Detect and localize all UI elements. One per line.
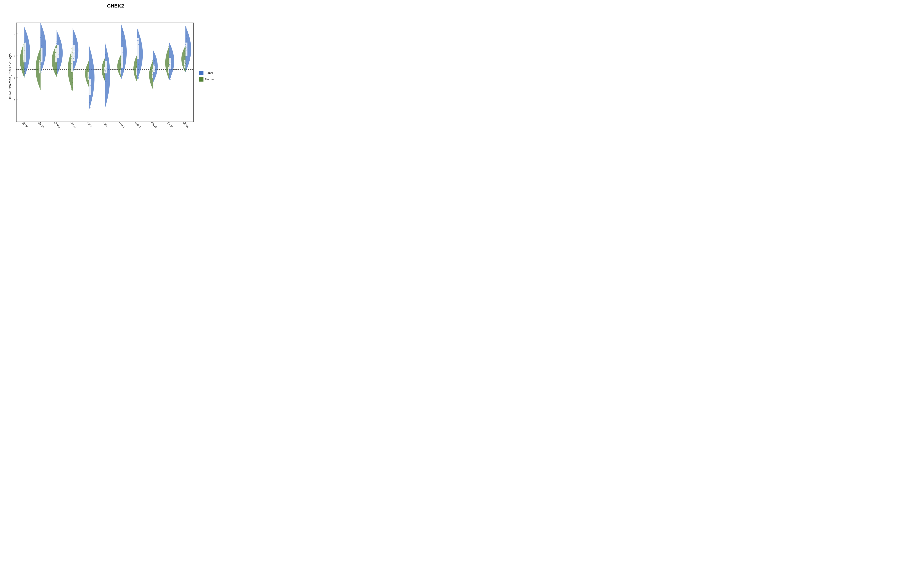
svg-rect-107: [57, 69, 58, 69]
svg-rect-420: [169, 56, 169, 56]
svg-rect-217: [88, 84, 89, 84]
svg-rect-352: [154, 74, 154, 74]
svg-rect-457: [184, 52, 184, 52]
svg-rect-47: [24, 71, 24, 72]
svg-rect-130: [56, 64, 57, 64]
svg-rect-450: [187, 39, 187, 40]
svg-rect-129: [55, 56, 55, 57]
svg-rect-141: [74, 62, 74, 63]
svg-rect-18: [25, 73, 26, 74]
svg-rect-60: [40, 37, 40, 38]
svg-rect-206: [88, 68, 88, 68]
svg-rect-350: [154, 80, 154, 80]
svg-rect-447: [186, 27, 186, 27]
svg-rect-150: [73, 65, 74, 65]
svg-rect-317: [137, 57, 138, 57]
svg-rect-183: [90, 107, 90, 108]
svg-rect-225: [105, 71, 106, 71]
svg-rect-290: [120, 56, 121, 57]
chart-title: CHEK2: [107, 3, 124, 9]
svg-text:COAD: COAD: [53, 121, 61, 129]
legend-item-tumor: Tumor: [199, 71, 226, 75]
svg-rect-224: [105, 104, 106, 105]
svg-rect-143: [73, 41, 73, 42]
svg-rect-343: [136, 60, 137, 60]
svg-text:THCA: THCA: [166, 121, 174, 129]
svg-rect-413: [169, 74, 169, 74]
svg-rect-360: [154, 54, 154, 55]
svg-rect-249: [105, 74, 105, 75]
svg-rect-155: [73, 47, 73, 48]
svg-rect-193: [90, 60, 90, 60]
svg-rect-361: [154, 60, 155, 61]
svg-rect-434: [187, 50, 187, 50]
svg-rect-465: [185, 51, 185, 51]
svg-rect-174: [71, 64, 72, 65]
svg-rect-139: [73, 51, 73, 52]
svg-rect-433: [186, 44, 186, 45]
svg-rect-186: [89, 93, 90, 93]
svg-rect-300: [120, 69, 120, 69]
svg-rect-362: [154, 81, 154, 81]
svg-text:LUAD: LUAD: [118, 121, 125, 129]
svg-rect-310: [138, 38, 138, 38]
svg-rect-46: [23, 61, 23, 61]
svg-rect-37: [24, 72, 24, 72]
svg-rect-39: [23, 62, 23, 63]
svg-rect-314: [138, 78, 138, 79]
svg-rect-36: [24, 44, 24, 45]
svg-rect-386: [153, 74, 153, 75]
svg-rect-258: [105, 69, 105, 70]
svg-rect-16: [25, 30, 25, 30]
svg-rect-81: [39, 70, 39, 71]
svg-rect-111: [58, 48, 58, 48]
svg-rect-169: [71, 88, 72, 89]
svg-rect-272: [123, 31, 123, 32]
svg-rect-205: [88, 81, 89, 81]
svg-rect-366: [154, 65, 155, 66]
svg-rect-35: [23, 67, 24, 68]
svg-rect-33: [24, 61, 24, 61]
svg-rect-358: [154, 56, 154, 56]
svg-rect-355: [154, 74, 154, 74]
svg-rect-43: [24, 50, 24, 51]
svg-rect-201: [87, 67, 88, 67]
svg-rect-167: [71, 60, 71, 60]
svg-rect-64: [42, 68, 42, 68]
svg-rect-467: [185, 48, 186, 48]
svg-rect-280: [122, 58, 122, 58]
svg-rect-440: [186, 27, 186, 27]
svg-rect-268: [122, 63, 123, 63]
svg-rect-84: [40, 55, 40, 56]
svg-rect-192: [89, 79, 89, 80]
svg-rect-38: [23, 61, 24, 61]
svg-rect-113: [57, 43, 57, 44]
svg-rect-375: [153, 60, 153, 61]
svg-rect-466: [185, 69, 186, 69]
svg-rect-287: [121, 66, 121, 67]
svg-rect-424: [169, 46, 169, 46]
svg-rect-332: [137, 63, 137, 63]
svg-rect-319: [139, 31, 139, 32]
svg-rect-134: [55, 54, 55, 54]
svg-rect-363: [154, 59, 154, 59]
svg-rect-265: [121, 24, 121, 24]
svg-rect-315: [137, 40, 138, 41]
svg-rect-48: [24, 58, 24, 59]
svg-rect-214: [87, 73, 88, 74]
svg-rect-408: [170, 77, 170, 77]
svg-rect-256: [104, 73, 105, 74]
svg-rect-176: [73, 49, 73, 49]
plot-svg-container: 46810BLCABRCACOADHNSCKICHKIRCLUADLUSCPRA…: [15, 11, 195, 141]
svg-rect-335: [137, 69, 137, 69]
svg-rect-195: [89, 52, 89, 52]
svg-rect-132: [55, 66, 56, 67]
svg-rect-400: [170, 76, 171, 76]
svg-rect-161: [73, 78, 73, 79]
svg-rect-379: [152, 71, 153, 71]
svg-rect-253: [104, 80, 104, 80]
svg-rect-449: [186, 47, 186, 48]
svg-rect-147: [74, 48, 74, 48]
svg-rect-421: [169, 65, 170, 65]
svg-rect-159: [71, 48, 71, 48]
